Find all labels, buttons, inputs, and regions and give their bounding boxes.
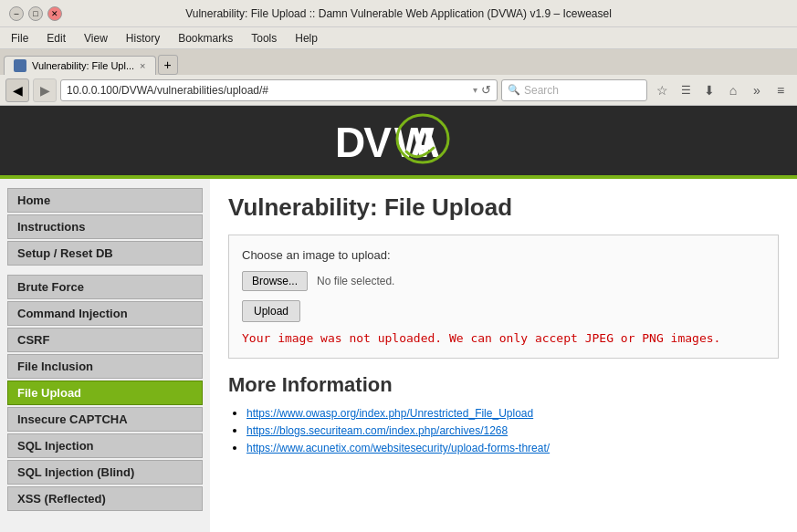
url-text: 10.0.0.100/DVWA/vulnerabilities/upload/# [67,84,469,97]
url-bar[interactable]: 10.0.0.100/DVWA/vulnerabilities/upload/#… [60,79,498,101]
dropdown-icon: ▾ [473,85,477,95]
back-button[interactable]: ◀ [5,78,29,102]
tab-favicon [14,59,26,72]
sidebar-item-sql-injection-blind[interactable]: SQL Injection (Blind) [7,460,203,485]
sidebar: Home Instructions Setup / Reset DB Brute… [0,179,210,532]
sidebar-item-brute-force[interactable]: Brute Force [7,275,203,299]
window-title: Vulnerability: File Upload :: Damn Vulne… [64,7,733,20]
more-info-link-3[interactable]: https://www.acunetix.com/websitesecurity… [246,442,550,454]
dvwa-logo: DV A W [326,113,472,168]
dvwa-header: DV A W [0,106,797,179]
list-item: https://blogs.securiteam.com/index.php/a… [246,423,779,437]
open-menu-button[interactable]: ≡ [770,79,792,101]
browser-content: DV A W Home Instructions Setup / Reset D… [0,106,797,532]
menu-item-file[interactable]: File [4,30,36,47]
sidebar-item-insecure-captcha[interactable]: Insecure CAPTCHA [7,407,203,432]
menu-item-edit[interactable]: Edit [39,30,73,47]
main-layout: Home Instructions Setup / Reset DB Brute… [0,179,797,532]
sidebar-item-instructions[interactable]: Instructions [7,214,203,239]
home-button[interactable]: ⌂ [722,79,744,101]
menu-item-bookmarks[interactable]: Bookmarks [171,30,240,47]
menu-item-tools[interactable]: Tools [244,30,284,47]
sidebar-item-file-upload[interactable]: File Upload [7,381,203,405]
title-bar: – □ ✕ Vulnerability: File Upload :: Damn… [0,0,797,27]
browser-tab[interactable]: Vulnerability: File Upl... × [4,56,156,75]
navigation-bar: ◀ ▶ 10.0.0.100/DVWA/vulnerabilities/uplo… [0,75,797,106]
svg-text:DV: DV [335,119,392,166]
search-icon: 🔍 [508,84,520,96]
tab-label: Vulnerability: File Upl... [32,60,134,71]
tab-bar: Vulnerability: File Upl... × + [0,49,797,75]
list-item: https://www.owasp.org/index.php/Unrestri… [246,406,779,420]
page-title: Vulnerability: File Upload [228,193,779,222]
nav-icon-buttons: ☆ ☰ ⬇ ⌂ » ≡ [651,79,792,101]
browse-button[interactable]: Browse... [242,271,308,291]
minimize-button[interactable]: – [9,6,24,21]
download-button[interactable]: ⬇ [698,79,720,101]
new-tab-button[interactable]: + [158,55,178,75]
more-tools-button[interactable]: » [746,79,768,101]
bookmark-star-button[interactable]: ☆ [651,79,673,101]
upload-label: Choose an image to upload: [242,248,765,262]
list-item: https://www.acunetix.com/websitesecurity… [246,441,779,454]
logo-container: DV A W [326,113,472,168]
sidebar-item-file-inclusion[interactable]: File Inclusion [7,354,203,379]
forward-button[interactable]: ▶ [33,78,57,102]
error-message: Your image was not uploaded. We can only… [242,331,765,345]
menu-bar: const menuData = JSON.parse(document.get… [0,27,797,49]
sidebar-item-csrf[interactable]: CSRF [7,328,203,352]
no-file-text: No file selected. [317,275,394,287]
sidebar-item-home[interactable]: Home [7,188,203,213]
more-info-link-2[interactable]: https://blogs.securiteam.com/index.php/a… [246,424,508,437]
more-info-link-1[interactable]: https://www.owasp.org/index.php/Unrestri… [246,407,533,420]
sidebar-item-command-injection[interactable]: Command Injection [7,301,203,326]
content-area: Vulnerability: File Upload Choose an ima… [210,179,797,532]
sidebar-item-xss-reflected[interactable]: XSS (Reflected) [7,486,203,511]
tab-close-button[interactable]: × [140,60,145,71]
file-input-row: Browse... No file selected. [242,271,765,291]
maximize-button[interactable]: □ [28,6,43,21]
sidebar-item-sql-injection[interactable]: SQL Injection [7,433,203,458]
more-info-title: More Information [228,373,779,397]
reader-view-button[interactable]: ☰ [675,79,697,101]
refresh-icon[interactable]: ↺ [481,83,491,97]
upload-button[interactable]: Upload [242,300,300,322]
close-button[interactable]: ✕ [47,6,62,21]
sidebar-item-setup-reset-db[interactable]: Setup / Reset DB [7,241,203,266]
more-info-list: https://www.owasp.org/index.php/Unrestri… [228,406,779,454]
menu-item-view[interactable]: View [77,30,115,47]
upload-box: Choose an image to upload: Browse... No … [228,235,779,359]
menu-item-help[interactable]: Help [288,30,325,47]
search-bar[interactable]: 🔍 Search [501,79,647,101]
search-placeholder: Search [524,84,559,97]
menu-item-history[interactable]: History [119,30,167,47]
